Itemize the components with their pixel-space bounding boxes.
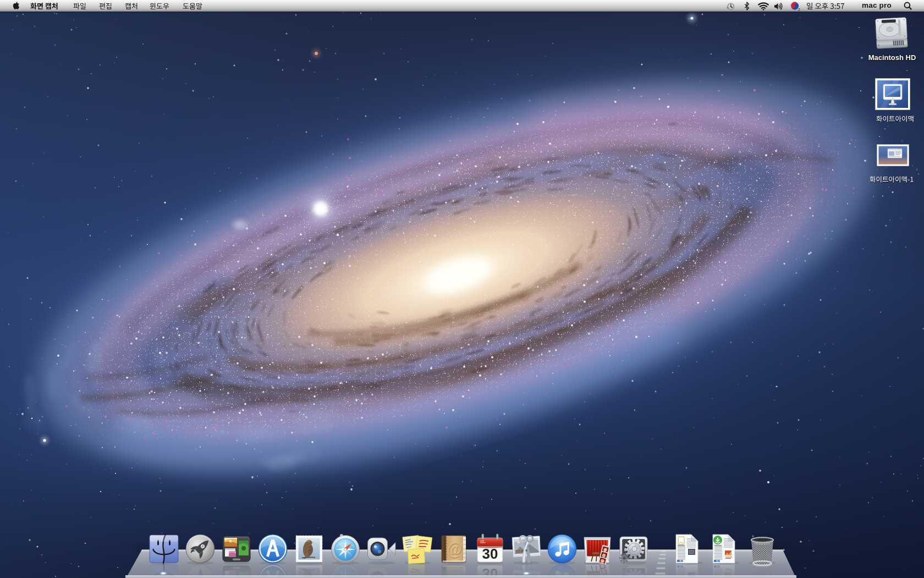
svg-text:2: 2 [798,8,800,12]
